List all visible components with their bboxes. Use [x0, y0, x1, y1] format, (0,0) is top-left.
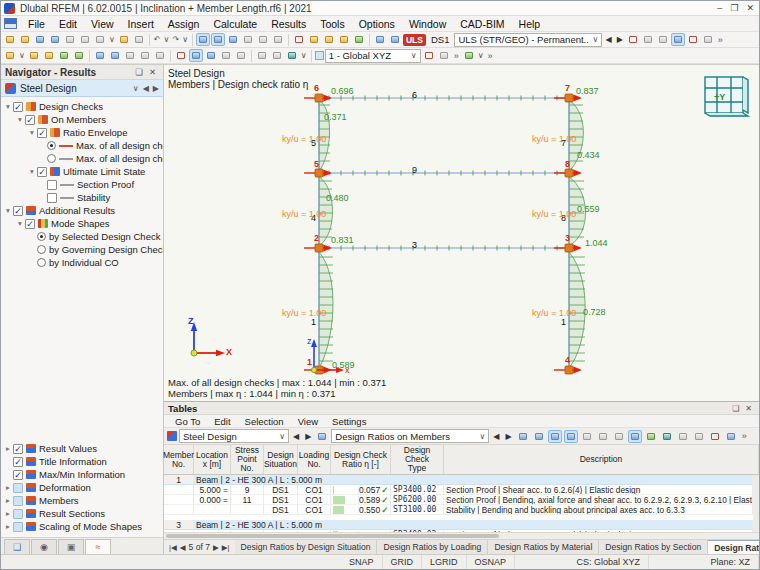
maximize-button[interactable]: ❐ — [730, 3, 738, 14]
snap-settings-icon[interactable] — [27, 49, 41, 62]
tree-item-scaling-of-mode-shapes[interactable]: ▸ Scaling of Mode Shapes — [3, 520, 163, 533]
col-description[interactable]: Description — [444, 445, 759, 474]
menu-calculate[interactable]: Calculate — [206, 17, 264, 31]
table-row[interactable]: 5.000 = 9 DS1 CO1 0.057✓ SP3400.02 Secti… — [164, 485, 753, 495]
color-scale-icon[interactable] — [285, 49, 299, 62]
visibility-select[interactable]: 1 - Global XYZ ∨ — [325, 49, 421, 63]
close-button[interactable]: ✕ — [746, 3, 754, 14]
snap-toggle[interactable]: SNAP — [341, 555, 383, 569]
table-next-button[interactable]: ▶ — [503, 432, 513, 441]
col-design-situation[interactable]: Design Situation — [264, 445, 298, 474]
toolbar-overflow-icon[interactable]: » — [716, 35, 725, 45]
tree-item-mode-shapes[interactable]: ▾ ✓ Mode Shapes — [3, 217, 163, 230]
menu-insert[interactable]: Insert — [121, 17, 161, 31]
checkbox-unchecked[interactable] — [47, 180, 57, 190]
table-row[interactable]: DS1 CO1 0.550✓ ST3100.00 Stability | Ben… — [164, 505, 753, 515]
delete-icon[interactable] — [174, 49, 188, 62]
redo-button[interactable]: ↷ — [171, 35, 180, 44]
show-colors-icon[interactable] — [564, 430, 578, 443]
filter-icon[interactable] — [644, 430, 658, 443]
new-file-icon[interactable] — [3, 33, 17, 46]
close-panel-icon[interactable]: ✕ — [742, 404, 755, 413]
tab-design-ratios-by-section[interactable]: Design Ratios by Section — [599, 540, 708, 554]
freeze-columns-icon[interactable] — [580, 430, 594, 443]
move-object-icon[interactable] — [138, 49, 152, 62]
tree-item-result-sections[interactable]: ▸ Result Sections — [3, 507, 163, 520]
tree-item-ultimate-limit-state[interactable]: ▾ ✓ Ultimate Limit State — [3, 165, 163, 178]
menu-results[interactable]: Results — [264, 17, 313, 31]
tree-item-title-information[interactable]: ✓ Title Information — [3, 455, 163, 468]
menu-go-to[interactable]: Go To — [168, 416, 207, 427]
toolbar2-overflow-icon[interactable]: » — [452, 51, 461, 61]
menu-cad-bim[interactable]: CAD-BIM — [453, 17, 511, 31]
menu-help[interactable]: Help — [512, 17, 548, 31]
radio-selected[interactable] — [47, 141, 56, 150]
tables-toolbar-overflow-icon[interactable]: » — [740, 431, 749, 441]
minimize-button[interactable]: – — [717, 3, 722, 14]
module-select[interactable]: Steel Design ∨ ◀ ▶ — [1, 80, 163, 97]
graphics-viewport[interactable]: Steel Design Members | Design check rati… — [164, 65, 759, 401]
toolbar2-overflow2-icon[interactable]: » — [486, 51, 495, 61]
select-icon[interactable] — [3, 49, 17, 62]
radio-selected[interactable] — [37, 232, 46, 241]
report-icon[interactable] — [271, 33, 285, 46]
menu-edit[interactable]: Edit — [52, 17, 84, 31]
tree-item-max-min-information[interactable]: ✓ Max/Min Information — [3, 468, 163, 481]
deformation-icon[interactable] — [204, 49, 218, 62]
menu-view[interactable]: View — [84, 17, 121, 31]
panel-toggle-icon[interactable] — [671, 33, 685, 46]
open-file-icon[interactable] — [18, 33, 32, 46]
export-icon[interactable] — [596, 430, 610, 443]
table-row[interactable]: 0.000 = 11 DS1 CO1 0.589✓ SP6200.00 Sect… — [164, 495, 753, 505]
tab-results-navigator[interactable]: ≈ — [85, 539, 111, 554]
rotate-object-icon[interactable] — [153, 49, 167, 62]
menu-settings[interactable]: Settings — [325, 416, 373, 427]
loads-icon[interactable] — [108, 49, 122, 62]
checkbox-checked[interactable]: ✓ — [13, 206, 23, 216]
display-properties-icon[interactable] — [462, 49, 476, 62]
float-panel-icon[interactable]: ❏ — [132, 67, 146, 77]
copy-icon[interactable] — [117, 33, 131, 46]
tree-item-deformation[interactable]: ▸ Deformation — [3, 481, 163, 494]
col-stress-point[interactable]: Stress Point No. — [231, 445, 264, 474]
load-combination-select[interactable]: ULS (STR/GEO) - Permanent... ∨ — [454, 33, 602, 47]
visibility-filter-icon[interactable] — [422, 49, 436, 62]
select-dropdown-icon[interactable]: ∨ — [18, 51, 26, 60]
checkbox-checked[interactable]: ✓ — [37, 128, 47, 138]
module-prev-icon[interactable]: ◀ — [143, 84, 149, 93]
col-ratio[interactable]: Design Check Ratio η [-] — [331, 445, 391, 474]
tree-item-result-values[interactable]: ▸ ✓ Result Values — [3, 442, 163, 455]
save-icon[interactable] — [78, 33, 92, 46]
relation-scheme-icon[interactable] — [724, 430, 738, 443]
result-values-icon[interactable] — [641, 33, 655, 46]
tab-data-navigator[interactable]: ❑ — [4, 539, 30, 554]
collapse-icon[interactable]: ▾ — [15, 115, 25, 124]
menu-assign[interactable]: Assign — [161, 17, 207, 31]
table-select[interactable]: Design Ratios on Members ∨ — [331, 429, 489, 443]
checkbox-unchecked[interactable] — [13, 483, 23, 493]
decimal-places-icon[interactable] — [660, 430, 674, 443]
float-panel-icon[interactable]: ❏ — [729, 404, 742, 413]
mode-shape-icon[interactable] — [189, 49, 203, 62]
grid-toggle[interactable]: GRID — [383, 555, 423, 569]
copy-object-icon[interactable] — [123, 49, 137, 62]
sync-icon[interactable] — [33, 33, 47, 46]
tree-item-max-design-checks[interactable]: Max. of all design checks — [3, 139, 163, 152]
undo-dropdown-icon[interactable]: ∨ — [163, 35, 171, 44]
expand-icon[interactable]: ▸ — [3, 509, 13, 518]
tab-design-ratios-by-loading[interactable]: Design Ratios by Loading — [377, 540, 488, 554]
tree-item-members[interactable]: ▸ Members — [3, 494, 163, 507]
menu-tools[interactable]: Tools — [313, 17, 352, 31]
expand-icon[interactable]: ▸ — [3, 444, 13, 453]
close-panel-icon[interactable]: ✕ — [146, 67, 159, 77]
zoom-select-icon[interactable] — [337, 33, 351, 46]
tab-views-navigator[interactable]: ▣ — [58, 539, 84, 554]
view-single-icon[interactable] — [196, 33, 210, 46]
tab-design-ratios-by-design-situation[interactable]: Design Ratios by Design Situation — [235, 540, 378, 554]
checkbox-checked[interactable]: ✓ — [13, 102, 23, 112]
paste-icon[interactable] — [132, 33, 146, 46]
view-split-icon[interactable] — [211, 33, 225, 46]
guidelines-icon[interactable] — [42, 49, 56, 62]
table-body[interactable]: 1 Beam | 2 - HE 300 A | L : 5.000 m 5.00… — [164, 475, 759, 532]
calculate-all-icon[interactable] — [292, 33, 306, 46]
